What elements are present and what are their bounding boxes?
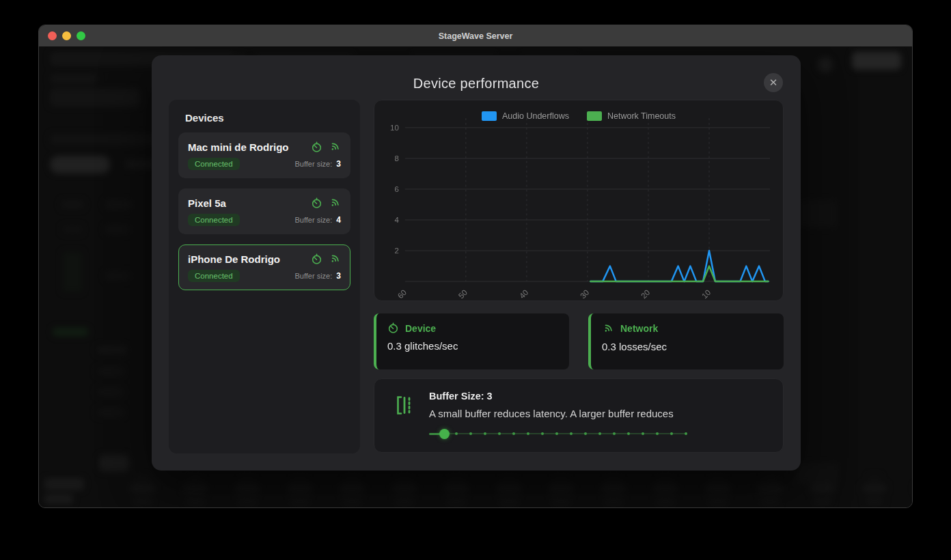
close-icon[interactable]: ✕: [764, 73, 783, 92]
legend-swatch-green: [587, 111, 602, 121]
device-card[interactable]: Mac mini de Rodrigo Connected Buff: [178, 132, 350, 178]
performance-column: Audio Underflows Network Timeouts 246810…: [374, 100, 784, 453]
svg-text:60: 60: [396, 288, 409, 300]
slider-thumb[interactable]: [439, 429, 450, 439]
svg-text:40: 40: [518, 288, 530, 300]
app-content: Device performance ✕ Devices Mac mini de…: [39, 46, 912, 508]
device-icons: [311, 197, 341, 209]
slider-tick-dot[interactable]: [584, 432, 587, 435]
stat-value: 0.3 glitches/sec: [387, 340, 558, 352]
slider-tick-dot[interactable]: [555, 432, 558, 435]
line-chart: 246810605040302010: [374, 100, 783, 301]
stat-label: Network: [620, 323, 658, 334]
legend-label: Audio Underflows: [502, 111, 569, 121]
legend-label: Network Timeouts: [607, 111, 676, 121]
device-name: Pixel 5a: [188, 197, 226, 209]
slider-tick-dot[interactable]: [512, 432, 515, 435]
device-icons: [311, 253, 341, 265]
buffer-size-text: Buffer size: 3: [294, 271, 341, 281]
slider-tick-dot[interactable]: [656, 432, 659, 435]
slider-tick-dot[interactable]: [498, 432, 501, 435]
window-title: StageWave Server: [439, 31, 513, 41]
timer-icon: [387, 322, 399, 334]
app-window: StageWave Server Device performance ✕ De…: [38, 25, 913, 508]
slider-tick-dot[interactable]: [685, 432, 687, 435]
device-list: Mac mini de Rodrigo Connected Buff: [178, 132, 350, 290]
buffer-size-value: 3: [336, 159, 341, 169]
device-stat-card: Device 0.3 glitches/sec: [374, 313, 569, 369]
network-icon: [602, 322, 614, 335]
network-icon: [329, 141, 341, 153]
stat-label: Device: [405, 323, 436, 334]
slider-tick-dot[interactable]: [455, 432, 458, 435]
legend-item-network-timeouts: Network Timeouts: [587, 111, 676, 121]
svg-text:10: 10: [700, 288, 713, 300]
svg-text:8: 8: [395, 154, 399, 163]
slider-tick-dot[interactable]: [570, 432, 573, 435]
network-icon: [329, 253, 341, 265]
modal-title: Device performance: [152, 76, 801, 92]
svg-text:50: 50: [457, 288, 469, 300]
device-card[interactable]: iPhone De Rodrigo Connected Buffer: [178, 244, 350, 290]
legend-swatch-blue: [482, 111, 497, 121]
device-card[interactable]: Pixel 5a Connected Buffer size: 4: [178, 188, 350, 234]
status-badge: Connected: [188, 214, 240, 226]
minimize-window-button[interactable]: [62, 31, 71, 40]
network-icon: [329, 197, 341, 209]
timer-icon: [311, 141, 322, 153]
buffer-icon: [396, 395, 414, 416]
performance-chart-panel: Audio Underflows Network Timeouts 246810…: [374, 100, 784, 301]
slider-tick-dot[interactable]: [670, 432, 673, 435]
buffer-size-value: 4: [336, 215, 341, 225]
device-icons: [311, 141, 341, 153]
status-badge: Connected: [188, 270, 240, 282]
buffer-size-text: Buffer size: 3: [294, 159, 341, 169]
buffer-size-text: Buffer size: 4: [294, 215, 341, 225]
slider-tick-dot[interactable]: [598, 432, 601, 435]
buffer-size-slider[interactable]: [429, 428, 686, 439]
stat-value: 0.3 losses/sec: [602, 341, 773, 352]
buffer-content: Buffer Size: 3 A small buffer reduces la…: [429, 391, 767, 439]
svg-text:20: 20: [639, 288, 652, 300]
timer-icon: [311, 253, 322, 265]
legend-item-audio-underflows: Audio Underflows: [482, 111, 569, 121]
buffer-size-value: 3: [336, 271, 341, 281]
svg-text:2: 2: [395, 247, 399, 255]
device-name: Mac mini de Rodrigo: [188, 141, 289, 153]
svg-text:30: 30: [579, 288, 591, 300]
chart-legend: Audio Underflows Network Timeouts: [374, 111, 783, 121]
slider-tick-dot[interactable]: [527, 432, 529, 435]
devices-heading: Devices: [185, 112, 350, 124]
svg-text:4: 4: [395, 216, 400, 224]
traffic-lights: [48, 25, 85, 46]
svg-text:6: 6: [395, 185, 399, 193]
close-window-button[interactable]: [48, 31, 57, 40]
titlebar: StageWave Server: [39, 25, 912, 46]
buffer-size-title: Buffer Size: 3: [429, 391, 767, 402]
slider-tick-dot[interactable]: [627, 432, 630, 435]
buffer-size-label: Buffer size:: [294, 272, 334, 280]
buffer-size-label: Buffer size:: [294, 160, 334, 168]
devices-panel: Devices Mac mini de Rodrigo: [169, 100, 360, 453]
zoom-window-button[interactable]: [77, 31, 85, 40]
slider-tick-dot[interactable]: [642, 432, 644, 435]
buffer-description: A small buffer reduces latency. A larger…: [429, 408, 767, 419]
status-badge: Connected: [188, 158, 240, 170]
device-performance-modal: Device performance ✕ Devices Mac mini de…: [152, 55, 801, 471]
slider-tick-dot[interactable]: [613, 432, 616, 435]
buffer-size-label: Buffer size:: [294, 216, 334, 224]
buffer-panel: Buffer Size: 3 A small buffer reduces la…: [374, 378, 784, 453]
svg-text:10: 10: [390, 124, 399, 132]
network-stat-card: Network 0.3 losses/sec: [588, 313, 784, 369]
slider-tick-dot[interactable]: [484, 432, 486, 435]
slider-tick-dot[interactable]: [541, 432, 544, 435]
stats-row: Device 0.3 glitches/sec: [374, 313, 784, 369]
timer-icon: [311, 197, 322, 209]
device-name: iPhone De Rodrigo: [188, 253, 280, 265]
slider-tick-dot[interactable]: [469, 432, 472, 435]
